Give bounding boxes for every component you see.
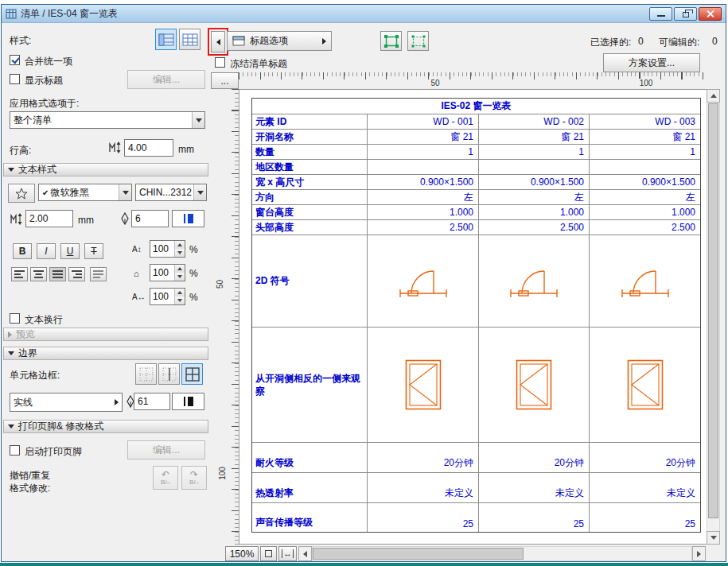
- cell-value[interactable]: 25: [368, 503, 479, 532]
- vertical-scrollbar[interactable]: [707, 89, 720, 545]
- freeze-header-checkbox[interactable]: [215, 57, 225, 68]
- minimize-button[interactable]: [649, 7, 672, 21]
- cell-value[interactable]: [590, 160, 700, 175]
- cell-value[interactable]: 0.900×1.500: [368, 175, 479, 190]
- row-label[interactable]: 数量: [252, 145, 368, 160]
- font-size-input[interactable]: 2.00: [25, 210, 73, 227]
- plan-symbol-cell[interactable]: [368, 235, 479, 328]
- redo-format-button[interactable]: ↷ B/–: [181, 466, 207, 490]
- cell-value[interactable]: 1.000: [368, 205, 479, 220]
- row-label[interactable]: 方向: [252, 190, 368, 205]
- border-none-button[interactable]: [135, 363, 157, 385]
- cell-value[interactable]: WD - 003: [590, 114, 700, 130]
- ruler-options-button[interactable]: ...: [211, 72, 239, 89]
- stepper-arrows-icon[interactable]: [174, 265, 185, 281]
- scroll-up-button[interactable]: [707, 89, 720, 103]
- cell-value[interactable]: 2.500: [479, 220, 590, 235]
- elevation-symbol-cell[interactable]: [479, 328, 590, 443]
- cell-value[interactable]: 左: [590, 190, 700, 205]
- strikethrough-button[interactable]: T: [84, 243, 103, 259]
- edit-headline-button[interactable]: 编辑...: [127, 70, 205, 89]
- row-label[interactable]: 头部高度: [252, 220, 368, 235]
- cell-value[interactable]: 1: [368, 145, 479, 160]
- elevation-symbol-cell[interactable]: [590, 328, 700, 443]
- border-pen-input[interactable]: 61: [134, 393, 170, 410]
- select-region-button[interactable]: [380, 31, 402, 51]
- cell-value[interactable]: 20分钟: [479, 443, 590, 473]
- cell-value[interactable]: 未定义: [590, 473, 700, 503]
- section-preview[interactable]: 预览: [3, 328, 208, 341]
- cell-value[interactable]: 20分钟: [368, 443, 479, 473]
- scroll-down-button[interactable]: [707, 531, 720, 545]
- scheme-settings-button[interactable]: 方案设置...: [603, 53, 700, 72]
- cell-value[interactable]: 25: [479, 503, 590, 532]
- row-label[interactable]: 2D 符号: [252, 235, 368, 328]
- close-button[interactable]: [699, 7, 722, 21]
- cell-value[interactable]: 未定义: [479, 473, 590, 503]
- border-pen-color-button[interactable]: [172, 393, 204, 410]
- cell-value[interactable]: 左: [479, 190, 590, 205]
- show-headline-checkbox[interactable]: [10, 74, 20, 84]
- fit-view-button[interactable]: [260, 546, 277, 561]
- cell-value[interactable]: [479, 160, 590, 175]
- align-left-button[interactable]: [11, 267, 28, 281]
- section-print-footer[interactable]: 打印页脚& 修改格式: [3, 420, 208, 433]
- schedule-canvas[interactable]: IES-02 窗一览表 元素 ID WD - 001 WD - 002 WD -…: [239, 89, 707, 545]
- row-label[interactable]: 窗台高度: [252, 205, 368, 220]
- horizontal-scrollbar[interactable]: [312, 546, 692, 561]
- scroll-right-button[interactable]: [692, 546, 706, 561]
- cell-value[interactable]: 1: [479, 145, 590, 160]
- merge-uniform-checkbox[interactable]: [10, 55, 20, 65]
- elevation-symbol-cell[interactable]: [368, 328, 479, 443]
- style-merged-button[interactable]: [155, 29, 177, 50]
- horizontal-scroll-thumb[interactable]: [313, 548, 524, 560]
- stepper-arrows-icon[interactable]: [174, 241, 185, 257]
- fit-width-button[interactable]: ↔: [278, 546, 297, 561]
- border-vertical-button[interactable]: [158, 363, 180, 385]
- style-grid-button[interactable]: [179, 29, 200, 50]
- row-label[interactable]: 宽 x 高尺寸: [252, 175, 368, 190]
- font-family-select[interactable]: ✔ 微软雅黑: [38, 184, 132, 201]
- print-footer-checkbox[interactable]: [10, 445, 20, 456]
- cell-value[interactable]: 窗 21: [368, 130, 479, 145]
- width-factor-stepper[interactable]: 100: [150, 264, 185, 281]
- row-label[interactable]: 开洞名称: [252, 130, 368, 145]
- cell-value[interactable]: 25: [590, 503, 700, 532]
- row-label[interactable]: 元素 ID: [252, 114, 368, 130]
- plan-symbol-cell[interactable]: [479, 235, 590, 328]
- row-label[interactable]: 地区数量: [252, 160, 368, 175]
- align-right-button[interactable]: [68, 267, 85, 281]
- cell-value[interactable]: [368, 160, 479, 175]
- favorite-style-button[interactable]: [8, 184, 35, 203]
- cell-value[interactable]: 1: [590, 145, 700, 160]
- text-pen-input[interactable]: 6: [131, 210, 169, 227]
- row-label[interactable]: 耐火等级: [252, 443, 368, 473]
- section-text-style[interactable]: 文本样式: [3, 163, 208, 176]
- line-type-select[interactable]: 实线: [10, 393, 123, 412]
- align-distribute-button[interactable]: [90, 267, 107, 281]
- text-pen-color-button[interactable]: [172, 210, 204, 227]
- align-justify-button[interactable]: [49, 267, 66, 281]
- header-options-button[interactable]: 标题选项: [227, 31, 332, 51]
- apply-format-select[interactable]: 整个清单: [10, 111, 205, 129]
- row-label[interactable]: 热透射率: [252, 473, 368, 503]
- cell-value[interactable]: 1.000: [479, 205, 590, 220]
- cell-value[interactable]: 窗 21: [590, 130, 700, 145]
- restore-button[interactable]: [674, 7, 697, 21]
- scroll-left-button[interactable]: [298, 546, 312, 561]
- italic-button[interactable]: I: [37, 243, 56, 259]
- cell-value[interactable]: WD - 002: [479, 114, 590, 130]
- border-all-button[interactable]: [181, 363, 203, 385]
- line-spacing-stepper[interactable]: 100: [150, 240, 185, 258]
- cell-value[interactable]: 0.900×1.500: [479, 175, 590, 190]
- table-title[interactable]: IES-02 窗一览表: [252, 99, 700, 114]
- cell-value[interactable]: WD - 001: [368, 114, 479, 130]
- plan-symbol-cell[interactable]: [590, 235, 700, 328]
- cell-value[interactable]: 0.900×1.500: [590, 175, 700, 190]
- text-wrap-checkbox[interactable]: [10, 313, 20, 324]
- vertical-scroll-thumb[interactable]: [708, 103, 718, 518]
- cell-value[interactable]: 左: [368, 190, 479, 205]
- underline-button[interactable]: U: [60, 243, 80, 259]
- cell-value[interactable]: 1.000: [590, 205, 700, 220]
- select-elements-button[interactable]: [407, 31, 429, 51]
